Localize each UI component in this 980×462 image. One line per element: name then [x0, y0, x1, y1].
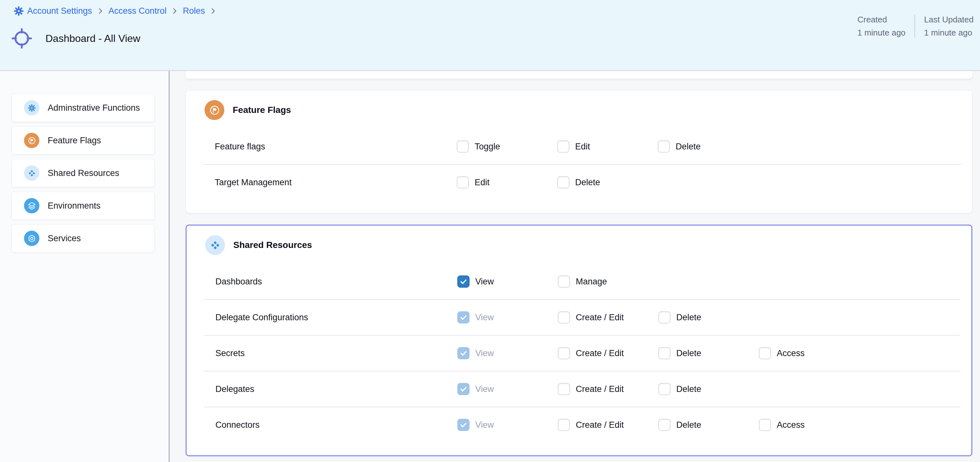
permission-delegate-configurations-delete[interactable]: Delete — [659, 311, 759, 324]
permission-delegate-configurations-view[interactable]: View — [457, 311, 558, 324]
checkbox[interactable] — [759, 419, 771, 431]
permission-connectors-delete[interactable]: Delete — [659, 419, 759, 431]
permission-target-management-edit[interactable]: Edit — [457, 176, 557, 189]
sections: Feature Flags Feature flags Toggle Edit … — [170, 90, 980, 456]
chevron-right-icon — [209, 7, 217, 15]
sidebar-item-label: Services — [48, 233, 81, 243]
crosshair-icon — [11, 27, 33, 49]
gear-icon — [24, 100, 39, 116]
layers-icon — [24, 198, 39, 213]
permission-label: Delete — [676, 348, 701, 358]
checkbox[interactable] — [659, 347, 670, 359]
resource-row-dashboards: Dashboards View Manage — [186, 264, 971, 299]
permission-target-management-delete[interactable]: Delete — [557, 176, 658, 189]
resource-label: Delegates — [215, 384, 457, 394]
meta-divider — [915, 15, 915, 38]
permission-label: Edit — [575, 142, 590, 152]
checkbox[interactable] — [558, 383, 570, 395]
permission-delegates-delete[interactable]: Delete — [659, 383, 759, 395]
checkbox[interactable] — [658, 140, 670, 152]
hexagon-icon — [24, 231, 39, 246]
sidebar-item-adminstrative-functions[interactable]: Adminstrative Functions — [11, 94, 154, 122]
permission-options: View Manage — [457, 275, 659, 287]
permission-feature-flags-toggle[interactable]: Toggle — [457, 140, 557, 152]
flag-icon — [205, 100, 224, 120]
previous-section-card-bottom — [186, 71, 972, 79]
permission-delegate-configurations-create-edit[interactable]: Create / Edit — [558, 311, 659, 324]
permission-options: View Create / Edit Delete Access — [457, 347, 859, 359]
permission-connectors-create-edit[interactable]: Create / Edit — [558, 419, 659, 431]
resource-label: Connectors — [215, 420, 457, 430]
checkbox[interactable] — [457, 176, 469, 189]
breadcrumb-access-control[interactable]: Access Control — [108, 6, 167, 16]
last-updated-label: Last Updated — [924, 15, 974, 25]
permission-label: View — [475, 348, 494, 358]
header-meta: Created 1 minute ago Last Updated 1 minu… — [858, 15, 974, 38]
section-shared-resources: Shared Resources Dashboards View Manage … — [186, 225, 972, 456]
sidebar-item-label: Adminstrative Functions — [48, 103, 140, 113]
permission-label: Create / Edit — [576, 384, 624, 394]
checkbox[interactable] — [558, 347, 570, 359]
permission-feature-flags-edit[interactable]: Edit — [557, 140, 658, 152]
checkbox[interactable] — [558, 419, 570, 431]
permission-options: Edit Delete — [457, 176, 658, 189]
permission-secrets-delete[interactable]: Delete — [659, 347, 759, 359]
breadcrumb-account-settings[interactable]: Account Settings — [13, 6, 92, 16]
checkbox[interactable] — [558, 311, 570, 324]
check-icon — [459, 421, 468, 429]
checkbox[interactable] — [557, 140, 570, 152]
permission-delegates-view[interactable]: View — [457, 383, 558, 395]
permission-options: View Create / Edit Delete — [457, 311, 759, 324]
resource-sidebar: Adminstrative Functions Feature Flags Sh… — [0, 71, 170, 462]
breadcrumb-label[interactable]: Account Settings — [27, 6, 92, 16]
permission-secrets-access[interactable]: Access — [759, 347, 859, 359]
sidebar-item-shared-resources[interactable]: Shared Resources — [11, 159, 154, 187]
permission-label: Access — [777, 348, 805, 358]
checkbox[interactable] — [557, 176, 570, 189]
resource-label: Secrets — [215, 348, 457, 358]
permission-dashboards-view[interactable]: View — [457, 275, 558, 287]
checkbox[interactable] — [457, 311, 469, 324]
created-value: 1 minute ago — [858, 28, 905, 38]
breadcrumb-roles[interactable]: Roles — [183, 6, 205, 16]
permission-label: Edit — [475, 178, 490, 187]
checkbox[interactable] — [659, 383, 670, 395]
created-label: Created — [858, 15, 905, 25]
checkbox[interactable] — [659, 311, 670, 324]
permission-label: Access — [777, 420, 805, 430]
sidebar-item-environments[interactable]: Environments — [11, 192, 154, 220]
resource-label: Target Management — [215, 178, 457, 187]
checkbox[interactable] — [457, 140, 469, 152]
created-meta: Created 1 minute ago — [858, 15, 905, 38]
diamond-grid-icon — [205, 235, 225, 255]
sidebar-items: Adminstrative Functions Feature Flags Sh… — [11, 94, 154, 252]
permission-connectors-view[interactable]: View — [457, 419, 558, 431]
permission-connectors-access[interactable]: Access — [759, 419, 859, 431]
permission-secrets-view[interactable]: View — [457, 347, 558, 359]
checkbox[interactable] — [558, 275, 570, 287]
permission-label: View — [475, 277, 494, 287]
permission-options: View Create / Edit Delete — [457, 383, 759, 395]
checkbox[interactable] — [659, 419, 670, 431]
permission-delegates-create-edit[interactable]: Create / Edit — [558, 383, 659, 395]
check-icon — [459, 313, 468, 322]
section-feature-flags: Feature Flags Feature flags Toggle Edit … — [186, 90, 972, 213]
permission-options: Toggle Edit Delete — [457, 140, 758, 152]
permission-secrets-create-edit[interactable]: Create / Edit — [558, 347, 659, 359]
checkbox[interactable] — [457, 275, 469, 287]
sidebar-item-label: Shared Resources — [48, 168, 119, 178]
checkbox[interactable] — [457, 347, 469, 359]
checkbox[interactable] — [759, 347, 771, 359]
permission-label: Delete — [575, 178, 600, 187]
checkbox[interactable] — [457, 419, 469, 431]
section-header: Shared Resources — [186, 235, 971, 255]
main-content: Feature Flags Feature flags Toggle Edit … — [170, 71, 980, 462]
permission-dashboards-manage[interactable]: Manage — [558, 275, 659, 287]
sidebar-item-services[interactable]: Services — [11, 224, 154, 252]
checkbox[interactable] — [457, 383, 469, 395]
check-icon — [459, 384, 468, 394]
permission-feature-flags-delete[interactable]: Delete — [658, 140, 758, 152]
sidebar-item-feature-flags[interactable]: Feature Flags — [11, 126, 154, 154]
resource-row-feature-flags: Feature flags Toggle Edit Delete — [186, 129, 972, 164]
permission-label: View — [475, 384, 494, 394]
